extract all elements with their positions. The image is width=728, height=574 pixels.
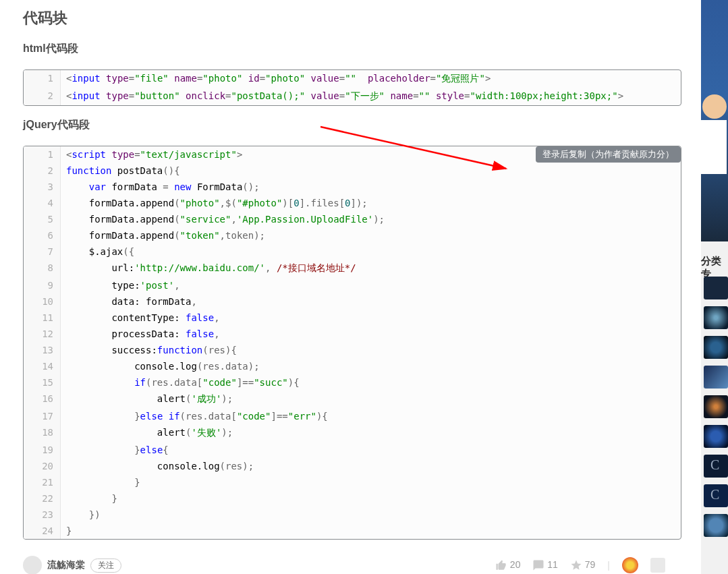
line-number: 22 <box>24 490 61 507</box>
line-number: 20 <box>24 458 61 474</box>
sidebar-thumb[interactable] <box>704 336 728 359</box>
line-number: 21 <box>24 474 61 490</box>
line-number: 4 <box>24 195 61 211</box>
heading-html-segment: html代码段 <box>23 42 681 56</box>
comment-count: 11 <box>547 559 558 570</box>
line-number: 24 <box>24 523 61 539</box>
code-line: } <box>61 523 681 539</box>
medal-icon[interactable] <box>622 557 638 573</box>
code-line: processData: false, <box>61 326 681 342</box>
code-line: } <box>61 490 681 507</box>
code-line: formData.append("photo",$("#photo")[0].f… <box>61 195 681 211</box>
line-number: 23 <box>24 507 61 523</box>
code-line: $.ajax({ <box>61 243 681 260</box>
line-number: 6 <box>24 227 61 243</box>
line-number: 13 <box>24 342 61 358</box>
line-number: 2 <box>24 88 61 105</box>
code-block-jquery: 登录后复制（为作者贡献原力分） 1<script type="text/java… <box>23 146 681 540</box>
code-line: formData.append("token",token); <box>61 227 681 243</box>
copy-login-tooltip[interactable]: 登录后复制（为作者贡献原力分） <box>536 146 681 163</box>
star-button[interactable]: 79 <box>570 559 595 571</box>
line-number: 18 <box>24 424 61 442</box>
line-number: 3 <box>24 179 61 195</box>
comment-button[interactable]: 11 <box>532 559 557 571</box>
author-name[interactable]: 流觞海棠 <box>47 559 85 571</box>
line-number: 19 <box>24 442 61 458</box>
line-number: 14 <box>24 358 61 374</box>
line-number: 12 <box>24 326 61 342</box>
line-number: 10 <box>24 293 61 310</box>
sidebar-thumb[interactable] <box>704 455 728 478</box>
code-line: type:'post', <box>61 277 681 293</box>
line-number: 15 <box>24 374 61 391</box>
like-count: 20 <box>510 559 521 570</box>
code-line: contentType: false, <box>61 310 681 326</box>
code-block-html: 1<input type="file" name="photo" id="pho… <box>23 69 681 106</box>
like-button[interactable]: 20 <box>495 559 520 571</box>
article-main: 代码块 html代码段 1<input type="file" name="ph… <box>0 0 681 552</box>
code-line: alert('失败'); <box>61 424 681 442</box>
sidebar-thumb[interactable] <box>704 306 728 329</box>
sidebar-thumb[interactable] <box>704 514 728 537</box>
line-number: 1 <box>24 146 61 163</box>
code-line: data: formData, <box>61 293 681 310</box>
sidebar-thumbs <box>701 277 728 544</box>
line-number: 7 <box>24 243 61 260</box>
sidebar-thumb[interactable] <box>704 277 728 299</box>
line-number: 8 <box>24 260 61 277</box>
code-line: } <box>61 474 681 490</box>
heading-code-block: 代码块 <box>23 8 681 28</box>
line-number: 5 <box>24 211 61 227</box>
code-line: }else if(res.data["code"]=="err"){ <box>61 408 681 424</box>
line-number: 17 <box>24 408 61 424</box>
thumbs-up-icon <box>495 559 507 571</box>
code-html-lines: 1<input type="file" name="photo" id="pho… <box>24 70 681 105</box>
author-bar: 流觞海棠 关注 20 11 79 | <box>23 556 665 574</box>
author-avatar[interactable] <box>23 556 42 574</box>
code-js-lines: 1<script type="text/javascript">2functio… <box>24 146 681 539</box>
code-line: formData.append("service",'App.Passion.U… <box>61 211 681 227</box>
blogger-photo[interactable] <box>701 0 728 241</box>
sidebar-thumb[interactable] <box>704 484 728 507</box>
code-line: }) <box>61 507 681 523</box>
share-button[interactable] <box>650 558 665 573</box>
line-number: 16 <box>24 391 61 408</box>
code-line: alert('成功'); <box>61 391 681 408</box>
code-line: <input type="file" name="photo" id="phot… <box>61 70 681 88</box>
heading-jquery-segment: jQuery代码段 <box>23 118 681 132</box>
star-count: 79 <box>585 559 596 570</box>
code-line: console.log(res); <box>61 458 681 474</box>
star-icon <box>570 559 582 571</box>
sidebar-thumb[interactable] <box>704 366 728 389</box>
comment-icon <box>532 559 544 571</box>
right-sidebar: 分类专 <box>701 0 728 574</box>
code-line: function postData(){ <box>61 163 681 179</box>
follow-button[interactable]: 关注 <box>90 558 121 573</box>
line-number: 9 <box>24 277 61 293</box>
code-line: url:'http://www.baidu.com/', /*接口域名地址*/ <box>61 260 681 277</box>
line-number: 1 <box>24 70 61 88</box>
code-line: console.log(res.data); <box>61 358 681 374</box>
sidebar-thumb[interactable] <box>704 395 728 418</box>
code-line: }else{ <box>61 442 681 458</box>
line-number: 11 <box>24 310 61 326</box>
page-root: 代码块 html代码段 1<input type="file" name="ph… <box>0 0 728 574</box>
sidebar-thumb[interactable] <box>704 425 728 448</box>
code-line: if(res.data["code"]=="succ"){ <box>61 374 681 391</box>
code-line: <input type="button" onclick="postData()… <box>61 88 681 105</box>
line-number: 2 <box>24 163 61 179</box>
code-line: var formData = new FormData(); <box>61 179 681 195</box>
stats-bar: 20 11 79 | <box>495 557 665 573</box>
divider: | <box>607 560 610 571</box>
code-line: success:function(res){ <box>61 342 681 358</box>
